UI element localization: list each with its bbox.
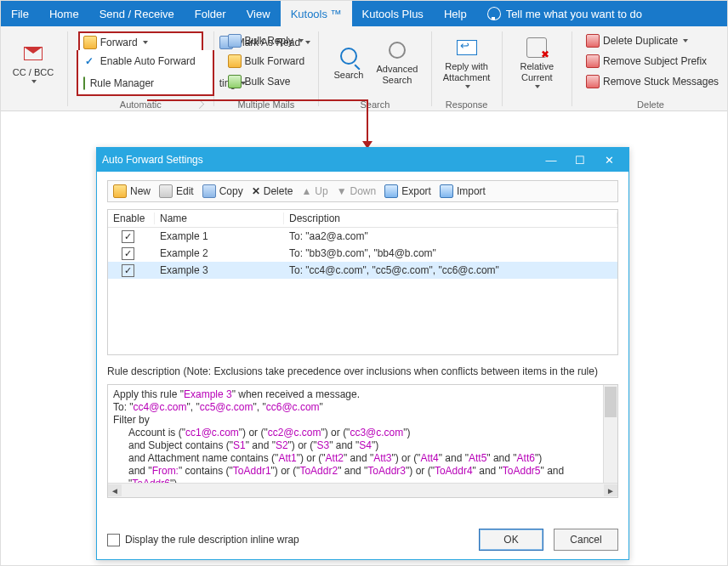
table-row[interactable]: ✓ Example 2 To: "bb3@b.com", "bb4@b.com" <box>108 245 617 262</box>
search-button[interactable]: Search <box>329 30 368 94</box>
chevron-down-icon <box>299 39 304 42</box>
dialog-title: Auto Forward Settings <box>102 154 203 166</box>
bulk-forward-button[interactable]: Bulk Forward <box>225 52 309 71</box>
vertical-scrollbar[interactable] <box>603 385 617 484</box>
horizontal-scrollbar[interactable]: ◄► <box>108 483 617 497</box>
rule-desc: To: "cc4@c.com", "cc5@c.com", "cc6@c.com… <box>284 264 617 276</box>
table-header: Enable Name Description <box>108 210 617 228</box>
forward-icon <box>83 36 97 49</box>
remove-subject-prefix-button[interactable]: Remove Subject Prefix <box>583 52 722 71</box>
delete-label: Delete <box>264 185 293 197</box>
minimize-button[interactable]: ― <box>537 150 566 169</box>
table-row[interactable]: ✓ Example 1 To: "aa2@a.com" <box>108 228 617 245</box>
delete-duplicate-button[interactable]: Delete Duplicate <box>583 31 722 50</box>
group-delete: Delete <box>579 99 722 110</box>
up-label: Up <box>315 185 327 197</box>
import-label: Import <box>457 185 486 197</box>
forward-label: Forward <box>100 37 138 48</box>
down-button: ▼Down <box>337 185 377 197</box>
up-icon: ▲ <box>301 185 311 197</box>
menu-rule-manager[interactable]: Rule Manager <box>78 72 213 94</box>
rule-description-label: Rule description (Note: Exclusions take … <box>107 365 618 377</box>
reply-attachment-label: Reply with Attachment <box>443 61 491 83</box>
tab-home[interactable]: Home <box>39 1 89 26</box>
tab-folder[interactable]: Folder <box>185 1 236 26</box>
chevron-down-icon <box>143 41 148 44</box>
search-icon <box>337 44 361 68</box>
rule-name: Example 1 <box>155 230 284 242</box>
import-button[interactable]: Import <box>440 184 486 198</box>
bulk-reply-button[interactable]: Bulk Reply <box>225 31 309 50</box>
relative-current-button[interactable]: Relative Current <box>512 30 561 94</box>
copy-label: Copy <box>219 185 243 197</box>
close-button[interactable]: ✕ <box>594 150 623 169</box>
remove-prefix-icon <box>586 54 600 68</box>
enable-checkbox[interactable]: ✓ <box>122 247 134 260</box>
tab-help[interactable]: Help <box>434 1 477 26</box>
reply-with-attachment-button[interactable]: Reply with Attachment <box>442 30 492 94</box>
edit-icon <box>159 184 173 198</box>
outlook-tabs: File Home Send / Receive Folder View Kut… <box>1 1 727 26</box>
remove-prefix-label: Remove Subject Prefix <box>603 55 707 67</box>
tell-me[interactable]: Tell me what you want to do <box>477 1 652 26</box>
cancel-button[interactable]: Cancel <box>554 529 618 551</box>
enable-checkbox[interactable]: ✓ <box>122 264 134 277</box>
search-label: Search <box>333 70 363 81</box>
export-button[interactable]: Export <box>384 184 431 198</box>
rule-desc: To: "bb3@b.com", "bb4@b.com" <box>284 247 617 259</box>
chevron-down-icon <box>683 39 688 42</box>
export-icon <box>384 184 398 198</box>
copy-icon <box>202 184 216 198</box>
col-enable[interactable]: Enable <box>108 212 155 224</box>
cc-bcc-button[interactable]: CC / BCC <box>9 30 58 94</box>
tab-send-receive[interactable]: Send / Receive <box>89 1 185 26</box>
tab-kutools-plus[interactable]: Kutools Plus <box>352 1 434 26</box>
remove-stuck-messages-button[interactable]: Remove Stuck Messages <box>583 72 722 91</box>
dialog-titlebar: Auto Forward Settings ― ☐ ✕ <box>97 148 628 172</box>
rule-manager-icon <box>83 77 85 89</box>
col-description[interactable]: Description <box>284 212 617 224</box>
menu-enable-auto-forward[interactable]: ✓ Enable Auto Forward <box>78 50 213 72</box>
edit-label: Edit <box>176 185 194 197</box>
edit-button[interactable]: Edit <box>159 184 194 198</box>
calendar-x-icon <box>525 36 549 59</box>
enable-checkbox[interactable]: ✓ <box>122 230 134 243</box>
bulk-save-icon <box>228 75 242 88</box>
rule-description-text: Apply this rule "Example 3" when receive… <box>108 385 617 487</box>
chevron-down-icon <box>31 80 37 83</box>
inline-wrap-label: Display the rule description inline wrap <box>125 534 299 546</box>
checkbox-icon <box>107 534 120 546</box>
inline-wrap-checkbox[interactable]: Display the rule description inline wrap <box>107 534 299 546</box>
tell-me-label: Tell me what you want to do <box>506 8 642 20</box>
bulk-save-label: Bulk Save <box>245 76 291 88</box>
new-button[interactable]: New <box>113 184 151 198</box>
tab-kutools[interactable]: Kutools ™ <box>281 1 352 26</box>
rule-name: Example 2 <box>155 247 284 259</box>
chevron-down-icon <box>535 85 540 88</box>
tab-view[interactable]: View <box>236 1 281 26</box>
copy-button[interactable]: Copy <box>202 184 243 198</box>
maximize-button[interactable]: ☐ <box>566 150 594 169</box>
bulk-reply-icon <box>228 34 242 48</box>
gear-icon <box>385 38 409 62</box>
reply-icon <box>455 36 479 59</box>
bulk-reply-label: Bulk Reply <box>245 35 293 47</box>
delete-button[interactable]: ✕Delete <box>252 185 293 197</box>
ribbon: CC / BCC Forward ✓ Enable Auto Forw <box>1 26 727 111</box>
rule-description-box: Apply this rule "Example 3" when receive… <box>107 384 618 498</box>
advanced-search-label: Advanced Search <box>376 64 418 86</box>
bulk-save-button[interactable]: Bulk Save <box>225 72 309 91</box>
envelope-icon <box>21 42 45 65</box>
delete-duplicate-label: Delete Duplicate <box>603 35 678 47</box>
up-button: ▲Up <box>301 185 327 197</box>
bulk-forward-icon <box>228 54 242 68</box>
advanced-search-button[interactable]: Advanced Search <box>373 30 421 94</box>
auto-forward-dialog: Auto Forward Settings ― ☐ ✕ New Edit Cop… <box>96 147 629 560</box>
rule-desc: To: "aa2@a.com" <box>284 230 617 242</box>
table-row[interactable]: ✓ Example 3 To: "cc4@c.com", "cc5@c.com"… <box>108 262 617 279</box>
tab-file[interactable]: File <box>1 1 39 26</box>
col-name[interactable]: Name <box>155 212 284 224</box>
rule-name: Example 3 <box>155 264 284 276</box>
new-icon <box>113 184 127 198</box>
ok-button[interactable]: OK <box>479 529 543 551</box>
